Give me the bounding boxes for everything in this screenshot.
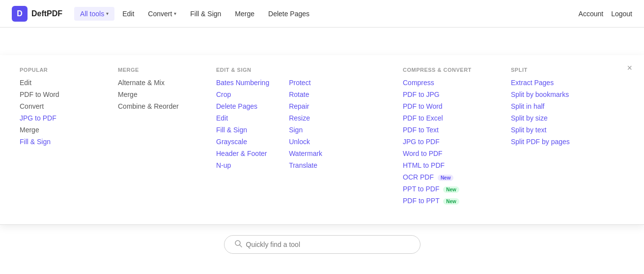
search-container [0, 235, 644, 266]
logout-link[interactable]: Logout [611, 10, 632, 18]
compress-link-ppttopdf[interactable]: PPT to PDF New [403, 185, 491, 193]
popular-link-pdftoword[interactable]: PDF to Word [20, 91, 98, 98]
editsign-deletepages[interactable]: Delete Pages [216, 102, 269, 110]
editsign-protect[interactable]: Protect [289, 79, 322, 87]
editsign-fillsign[interactable]: Fill & Sign [216, 126, 269, 134]
editsign-repair[interactable]: Repair [289, 102, 322, 110]
logo[interactable]: D DeftPDF [12, 6, 62, 22]
pdftoppt-badge: New [443, 198, 459, 205]
navbar: D DeftPDF All tools ▾ Edit Convert ▾ Fil… [0, 0, 644, 28]
split-link-bytext[interactable]: Split by text [511, 126, 589, 134]
ocr-badge: New [438, 175, 454, 181]
popular-link-convert[interactable]: Convert [20, 102, 98, 110]
close-button[interactable]: × [627, 63, 632, 73]
section-split: SPLIT Extract Pages Split by bookmarks S… [511, 67, 589, 209]
dropdown-overlay: × POPULAR Edit PDF to Word Convert JPG t… [0, 55, 644, 225]
section-compress-title: COMPRESS & CONVERT [403, 67, 491, 73]
compress-link-pdftotext[interactable]: PDF to Text [403, 126, 491, 134]
alltools-arrow-icon: ▾ [106, 11, 109, 16]
convert-arrow-icon: ▾ [174, 11, 176, 16]
compress-link-pdftoppt[interactable]: PDF to PPT New [403, 197, 491, 205]
split-link-extractpages[interactable]: Extract Pages [511, 79, 589, 87]
editsign-headerfooter[interactable]: Header & Footer [216, 150, 269, 157]
svg-line-1 [240, 245, 242, 247]
popular-link-merge[interactable]: Merge [20, 126, 98, 134]
nav-item-merge[interactable]: Merge [229, 7, 260, 21]
compress-link-compress[interactable]: Compress [403, 79, 491, 87]
editsign-columns: Bates Numbering Crop Delete Pages Edit F… [216, 79, 383, 173]
nav-item-edit[interactable]: Edit [116, 7, 140, 21]
editsign-resize[interactable]: Resize [289, 114, 322, 122]
editsign-unlock[interactable]: Unlock [289, 138, 322, 146]
editsign-crop[interactable]: Crop [216, 91, 269, 98]
section-popular-title: POPULAR [20, 67, 98, 73]
nav-item-fillsign[interactable]: Fill & Sign [184, 7, 227, 21]
popular-link-fillsign[interactable]: Fill & Sign [20, 138, 98, 146]
editsign-sign[interactable]: Sign [289, 126, 322, 134]
compress-link-jpgtopdf[interactable]: JPG to PDF [403, 138, 491, 146]
section-editsign: EDIT & SIGN Bates Numbering Crop Delete … [216, 67, 383, 209]
nav-item-convert[interactable]: Convert ▾ [142, 7, 182, 21]
editsign-col1: Bates Numbering Crop Delete Pages Edit F… [216, 79, 269, 173]
logo-text: DeftPDF [31, 9, 62, 18]
compress-link-wordtopdf[interactable]: Word to PDF [403, 150, 491, 157]
section-merge-title: MERGE [118, 67, 196, 73]
compress-link-pdftoexcel[interactable]: PDF to Excel [403, 114, 491, 122]
split-link-bypages[interactable]: Split PDF by pages [511, 138, 589, 146]
split-link-bybookmarks[interactable]: Split by bookmarks [511, 91, 589, 98]
logo-icon: D [12, 6, 28, 22]
navbar-nav: All tools ▾ Edit Convert ▾ Fill & Sign M… [74, 7, 578, 21]
navbar-right: Account Logout [579, 10, 632, 18]
editsign-nup[interactable]: N-up [216, 161, 269, 169]
search-bar [224, 235, 420, 254]
merge-link-alternatemix[interactable]: Alternate & Mix [118, 79, 196, 87]
compress-link-htmltopdf[interactable]: HTML to PDF [403, 161, 491, 169]
editsign-watermark[interactable]: Watermark [289, 150, 322, 157]
section-popular: POPULAR Edit PDF to Word Convert JPG to … [20, 67, 98, 209]
merge-link-combinereorder[interactable]: Combine & Reorder [118, 102, 196, 110]
compress-link-pdftojpg[interactable]: PDF to JPG [403, 91, 491, 98]
merge-link-merge[interactable]: Merge [118, 91, 196, 98]
section-split-title: SPLIT [511, 67, 589, 73]
editsign-edit[interactable]: Edit [216, 114, 269, 122]
editsign-rotate[interactable]: Rotate [289, 91, 322, 98]
compress-link-pdftoword[interactable]: PDF to Word [403, 102, 491, 110]
editsign-col2: Protect Rotate Repair Resize Sign Unlock… [289, 79, 322, 173]
section-editsign-title: EDIT & SIGN [216, 67, 383, 73]
search-icon [234, 240, 242, 249]
compress-link-ocrpdf[interactable]: OCR PDF New [403, 173, 491, 181]
account-link[interactable]: Account [579, 10, 604, 18]
ppttopdf-badge: New [443, 186, 459, 193]
editsign-batesnumbering[interactable]: Bates Numbering [216, 79, 269, 87]
nav-item-alltools[interactable]: All tools ▾ [74, 7, 114, 21]
popular-link-jpgtopdf[interactable]: JPG to PDF [20, 114, 98, 122]
page-body: × POPULAR Edit PDF to Word Convert JPG t… [0, 28, 644, 274]
section-merge: MERGE Alternate & Mix Merge Combine & Re… [118, 67, 196, 209]
editsign-grayscale[interactable]: Grayscale [216, 138, 269, 146]
split-link-inhalf[interactable]: Split in half [511, 102, 589, 110]
nav-item-deletepages[interactable]: Delete Pages [262, 7, 315, 21]
search-input[interactable] [246, 241, 410, 248]
editsign-translate[interactable]: Translate [289, 161, 322, 169]
section-compress: COMPRESS & CONVERT Compress PDF to JPG P… [403, 67, 491, 209]
split-link-bysize[interactable]: Split by size [511, 114, 589, 122]
popular-link-edit[interactable]: Edit [20, 79, 98, 87]
